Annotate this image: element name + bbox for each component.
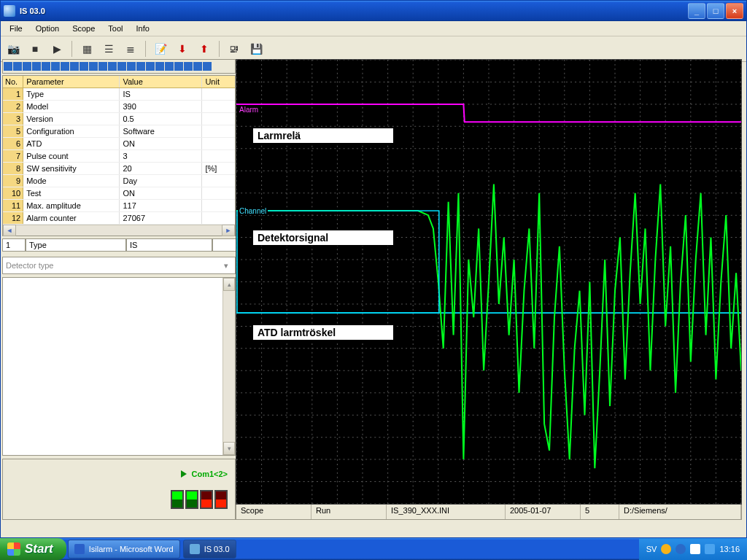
table-row[interactable]: 8SW sensitivity20[%] — [3, 163, 235, 175]
table-h-scrollbar[interactable]: ◄ ► — [3, 225, 235, 236]
editor-area[interactable]: ▴ ▾ — [2, 277, 236, 456]
led-1 — [171, 490, 184, 509]
scope-panel: Alarm Channel Larmrelä Detektorsignal AT… — [236, 59, 742, 520]
scroll-down-icon[interactable]: ▾ — [223, 442, 235, 455]
taskbar-item-word[interactable]: Isilarm - Microsoft Word — [68, 540, 180, 559]
connection-panel: Com1<2> — [2, 459, 236, 520]
status-run: Run — [311, 505, 387, 519]
menu-scope[interactable]: Scope — [66, 23, 101, 34]
upload-icon[interactable]: ⬆ — [195, 39, 214, 58]
connection-label: Com1<2> — [191, 470, 228, 478]
status-path: D:/Siemens/ — [619, 505, 741, 519]
table-row[interactable]: 11Max. amplitude117 — [3, 200, 235, 212]
tray-icon-2[interactable] — [676, 544, 686, 554]
table-row[interactable]: 3Version0.5 — [3, 113, 235, 125]
scope-statusbar: Scope Run IS_390_XXX.INI 2005-01-07 5 D:… — [236, 505, 742, 520]
col-unit: Unit — [202, 76, 235, 88]
led-4 — [214, 490, 228, 509]
grid-icon[interactable]: ▦ — [77, 39, 96, 58]
divider — [145, 41, 146, 57]
scroll-up-icon[interactable]: ▴ — [223, 278, 235, 291]
tray-icon-1[interactable] — [661, 544, 671, 554]
app-icon — [4, 5, 15, 17]
camera-icon[interactable]: 📷 — [4, 39, 23, 58]
status-date: 2005-01-07 — [506, 505, 581, 519]
detector-type-label: Detector type — [6, 261, 53, 270]
right-panel: No. Parameter Value Unit 1TypeIS2Model39… — [2, 59, 236, 520]
scroll-left-icon[interactable]: ◄ — [3, 225, 16, 236]
disk-icon[interactable]: 💾 — [247, 39, 266, 58]
stop-icon[interactable]: ■ — [26, 39, 44, 58]
chevron-down-icon: ▾ — [220, 261, 232, 271]
tray-clock: 13:16 — [719, 545, 740, 553]
menu-option[interactable]: Option — [30, 23, 65, 34]
detector-type-combo[interactable]: Detector type ▾ — [2, 257, 236, 274]
table-row[interactable]: 1TypeIS — [3, 88, 235, 101]
divider — [219, 41, 220, 57]
connection-status[interactable]: Com1<2> — [181, 470, 228, 478]
col-param: Parameter — [23, 76, 120, 88]
start-button[interactable]: Start — [0, 538, 66, 560]
toolbar: 📷 ■ ▶ ▦ ☰ ≣ 📝 ⬇ ⬆ 🖳 💾 — [1, 36, 746, 62]
led-2 — [185, 490, 198, 509]
tray-icon-4[interactable] — [705, 544, 715, 554]
col-no: No. — [3, 76, 23, 88]
app-icon — [190, 544, 200, 554]
table-row[interactable]: 10TestON — [3, 187, 235, 200]
progress-bar — [2, 59, 236, 74]
table-row[interactable]: 7Pulse count3 — [3, 150, 235, 163]
menubar: File Option Scope Tool Info — [1, 21, 746, 36]
tray-lang[interactable]: SV — [646, 545, 657, 553]
menu-file[interactable]: File — [4, 23, 28, 34]
list2-icon[interactable]: ☰ — [99, 39, 118, 58]
status-num: 5 — [581, 505, 619, 519]
led-3 — [200, 490, 213, 509]
status-leds — [171, 490, 228, 509]
type-index-field[interactable] — [2, 238, 26, 252]
col-value: Value — [120, 76, 202, 88]
status-scope: Scope — [236, 505, 311, 519]
window-title: IS 03.0 — [20, 7, 686, 15]
menu-info[interactable]: Info — [131, 23, 155, 34]
table-row[interactable]: 9ModeDay — [3, 175, 235, 187]
editor-v-scrollbar[interactable]: ▴ ▾ — [222, 278, 235, 455]
taskbar: Start Isilarm - Microsoft Word IS 03.0 S… — [0, 538, 747, 560]
download-icon[interactable]: ⬇ — [173, 39, 192, 58]
maximize-button[interactable]: □ — [707, 3, 724, 19]
tray-icon-3[interactable] — [690, 544, 700, 554]
app-window: IS 03.0 _ □ × File Option Scope Tool Inf… — [0, 0, 747, 538]
edit-icon[interactable]: 📝 — [151, 39, 170, 58]
system-tray[interactable]: SV 13:16 — [639, 538, 747, 560]
svg-rect-42 — [237, 211, 439, 313]
scope-svg — [236, 60, 741, 504]
table-row[interactable]: 2Model390 — [3, 101, 235, 113]
device-icon[interactable]: 🖳 — [225, 39, 244, 58]
minimize-button[interactable]: _ — [688, 3, 705, 19]
play-icon[interactable]: ▶ — [47, 39, 66, 58]
titlebar[interactable]: IS 03.0 _ □ × — [1, 1, 746, 21]
list-icon[interactable]: ≣ — [121, 39, 140, 58]
type-edit-row — [2, 238, 236, 252]
parameter-table[interactable]: No. Parameter Value Unit 1TypeIS2Model39… — [2, 75, 236, 236]
type-value-field[interactable] — [126, 238, 212, 252]
table-row[interactable]: 6ATDON — [3, 138, 235, 150]
type-label-field[interactable] — [26, 238, 126, 252]
close-button[interactable]: × — [726, 3, 743, 19]
play-icon — [181, 470, 187, 478]
taskbar-item-is[interactable]: IS 03.0 — [183, 540, 236, 559]
scroll-right-icon[interactable]: ► — [222, 225, 235, 236]
word-icon — [74, 544, 85, 554]
table-row[interactable]: 12Alarm counter27067 — [3, 212, 235, 225]
table-header: No. Parameter Value Unit — [3, 76, 235, 88]
status-ini: IS_390_XXX.INI — [387, 505, 506, 519]
scope-display[interactable]: Alarm Channel Larmrelä Detektorsignal AT… — [236, 59, 742, 505]
table-row[interactable]: 5ConfigurationSoftware — [3, 125, 235, 138]
menu-tool[interactable]: Tool — [102, 23, 128, 34]
divider — [71, 41, 72, 57]
main-area: No. Parameter Value Unit 1TypeIS2Model39… — [2, 59, 745, 520]
